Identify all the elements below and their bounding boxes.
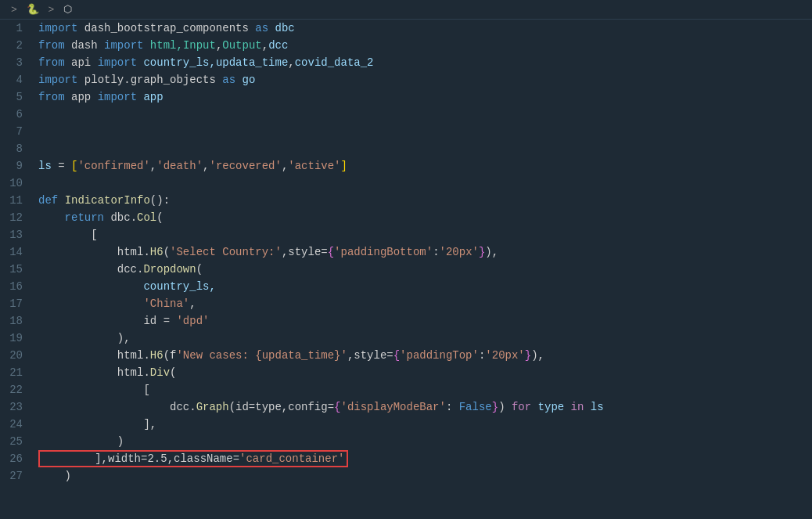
token: ( <box>170 366 176 379</box>
token <box>38 211 65 224</box>
code-line: 20 html.H6(f'New cases: {updata_time}',s… <box>0 347 812 364</box>
token: '20px' <box>485 349 524 362</box>
line-number: 4 <box>0 71 35 88</box>
token: (f <box>163 349 177 362</box>
token: def <box>38 194 58 207</box>
line-content: country_ls, <box>35 278 812 295</box>
line-number: 27 <box>0 467 35 485</box>
line-content: ) <box>35 433 812 450</box>
token: ), <box>485 246 498 258</box>
token: api <box>65 56 98 69</box>
token: import <box>38 22 77 34</box>
sep1: > <box>11 4 23 16</box>
line-number: 2 <box>0 37 35 54</box>
token: 'recovered' <box>209 160 281 172</box>
token: 'Select Country:' <box>170 246 282 258</box>
token <box>58 194 64 207</box>
token: 'death' <box>156 160 203 172</box>
line-number: 23 <box>0 398 35 416</box>
token: = <box>52 160 71 172</box>
token: 'paddingBottom' <box>334 246 433 258</box>
token: ) <box>498 401 512 413</box>
token: import <box>98 56 137 69</box>
line-content: id = 'dpd' <box>35 312 812 330</box>
line-number: 3 <box>0 54 35 71</box>
token: { <box>393 349 400 362</box>
token: dcc. <box>38 401 196 413</box>
line-number: 14 <box>0 243 35 261</box>
token: } <box>492 401 498 413</box>
line-number: 17 <box>0 295 35 312</box>
code-line: 1import dash_bootstrap_components as dbc <box>0 20 812 37</box>
token: Col <box>137 211 156 224</box>
line-number: 8 <box>0 140 35 157</box>
code-line: 26 ],width=2.5,className='card_container… <box>0 450 812 467</box>
file-icon: 🐍 <box>27 4 39 16</box>
token: } <box>525 349 531 362</box>
code-line: 13 [ <box>0 226 812 243</box>
line-number: 21 <box>0 364 35 381</box>
token: dash <box>65 39 104 52</box>
line-number: 9 <box>0 157 35 175</box>
token: ,style= <box>282 246 328 258</box>
line-content: import dash_bootstrap_components as dbc <box>35 20 812 37</box>
code-line: 21 html.Div( <box>0 364 812 381</box>
line-content: [ <box>35 381 812 398</box>
token: in <box>571 401 584 413</box>
token: Graph <box>196 401 229 413</box>
token: 'confirmed' <box>77 160 149 172</box>
token: html. <box>38 246 150 258</box>
code-line: 19 ), <box>0 330 812 347</box>
token: ), <box>38 332 131 344</box>
token: id = <box>38 315 176 327</box>
token: Input <box>183 39 216 52</box>
token: , <box>288 56 294 69</box>
token: for <box>512 401 531 413</box>
token: from <box>38 56 65 69</box>
token: ] <box>341 160 347 172</box>
token: ), <box>531 349 544 362</box>
token: as <box>222 74 235 86</box>
token: [ <box>38 384 150 396</box>
token: dcc. <box>38 263 143 276</box>
line-content: dcc.Graph(id=type,config={'displayModeBa… <box>35 398 812 416</box>
token: dbc. <box>104 211 137 224</box>
token: ], <box>38 418 156 431</box>
line-number: 25 <box>0 433 35 450</box>
line-number: 13 <box>0 226 35 243</box>
line-number: 18 <box>0 312 35 330</box>
title-bar: > 🐍 > ⬡ <box>0 0 812 20</box>
code-line: 5from app import app <box>0 88 812 106</box>
token: Output <box>222 39 261 52</box>
code-line: 9ls = ['confirmed','death','recovered','… <box>0 157 812 175</box>
line-content: import plotly.graph_objects as go <box>35 71 812 88</box>
code-line: 7 <box>0 123 812 140</box>
line-content: from dash import html,Input,Output,dcc <box>35 37 812 54</box>
line-content: from api import country_ls,updata_time,c… <box>35 54 812 71</box>
line-number: 10 <box>0 175 35 192</box>
code-line: 17 'China', <box>0 295 812 312</box>
line-content: html.Div( <box>35 364 812 381</box>
token <box>38 297 143 310</box>
token: ls <box>584 401 603 413</box>
line-number: 7 <box>0 123 35 140</box>
token: , <box>150 160 156 172</box>
token: 'active' <box>288 160 340 172</box>
token: plotly.graph_objects <box>77 74 222 86</box>
code-line: 10 <box>0 175 812 192</box>
token: app <box>137 91 163 103</box>
token: IndicatorInfo <box>65 194 150 207</box>
line-content: ls = ['confirmed','death','recovered','a… <box>35 157 812 175</box>
code-line: 11def IndicatorInfo(): <box>0 192 812 209</box>
token: go <box>235 74 255 86</box>
code-line: 16 country_ls, <box>0 278 812 295</box>
token: dbc <box>268 22 295 34</box>
line-number: 6 <box>0 106 35 123</box>
token: html. <box>38 366 150 379</box>
line-content: dcc.Dropdown( <box>35 261 812 278</box>
code-line: 3from api import country_ls,updata_time,… <box>0 54 812 71</box>
code-line: 8 <box>0 140 812 157</box>
code-line: 25 ) <box>0 433 812 450</box>
sep2: > <box>48 4 60 16</box>
token: import <box>98 91 137 103</box>
